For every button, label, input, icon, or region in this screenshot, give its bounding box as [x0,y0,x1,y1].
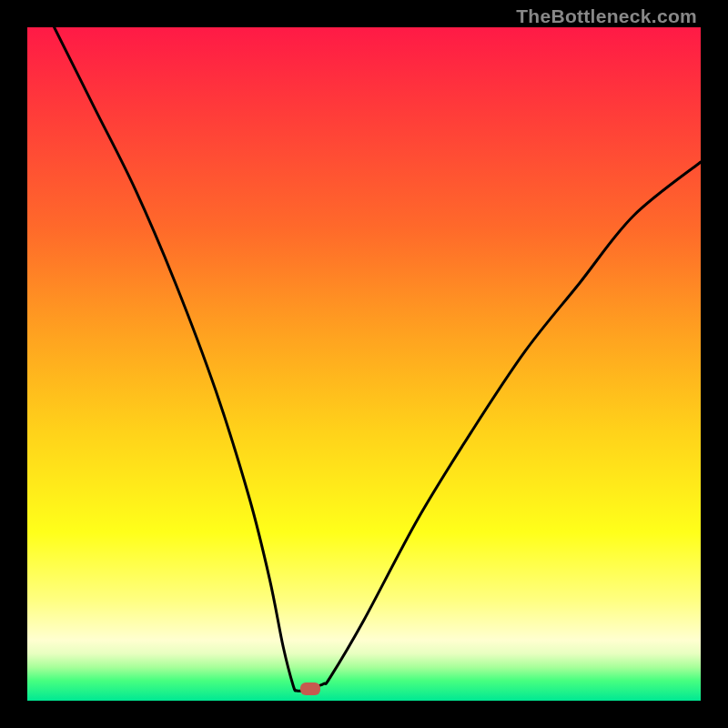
chart-marker [300,682,320,695]
watermark-text: TheBottleneck.com [516,5,697,27]
chart-curve [27,27,701,701]
chart-plot-area [27,27,701,701]
chart-frame: TheBottleneck.com [0,0,728,728]
